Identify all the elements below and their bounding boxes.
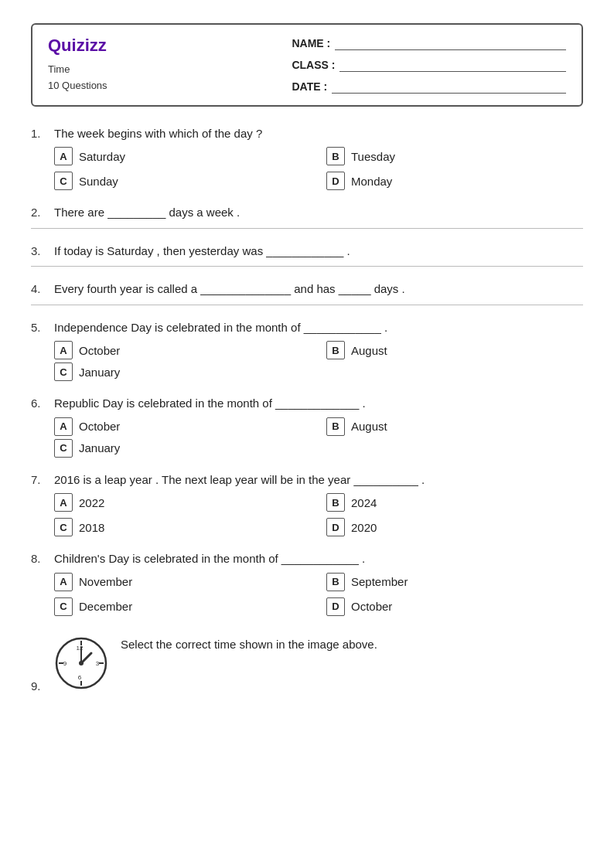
q9-content: 12 6 9 3 Select the correct time shown i… <box>54 636 377 690</box>
q8-text-a: November <box>79 575 132 588</box>
q7-text-c: 2018 <box>79 521 104 534</box>
q8-number: 8. <box>31 552 49 565</box>
header-right: NAME : CLASS : DATE : <box>276 36 566 94</box>
q8-letter-c: C <box>54 597 73 616</box>
q5-text-b: August <box>351 344 387 357</box>
class-label: CLASS : <box>292 59 335 71</box>
q7-letter-c: C <box>54 518 73 536</box>
q6-option-a: A October <box>54 417 311 436</box>
q1-text-a: Saturday <box>79 150 125 163</box>
q5-text-a: October <box>79 344 120 357</box>
q5-option-c: C January <box>54 363 583 381</box>
logo: Quizizz <box>48 36 276 56</box>
svg-text:6: 6 <box>78 674 82 681</box>
q5-option-b: B August <box>326 341 583 359</box>
question-count: 10 Questions <box>48 78 276 94</box>
q6-options: A October B August C January <box>54 417 583 458</box>
svg-text:9: 9 <box>63 660 67 667</box>
q6-option-c: C January <box>54 439 583 458</box>
svg-text:12: 12 <box>77 645 84 652</box>
name-label: NAME : <box>292 37 330 49</box>
q1-text-c: Sunday <box>79 175 118 188</box>
q7-letter-a: A <box>54 493 73 512</box>
q8-text-b: September <box>351 575 408 588</box>
q7-text-a: 2022 <box>79 496 104 509</box>
q5-options: A October B August C January <box>54 341 583 381</box>
q3-text: If today is Saturday , then yesterday wa… <box>54 243 583 260</box>
header-left: Quizizz Time 10 Questions <box>48 36 276 94</box>
q6-number: 6. <box>31 397 49 410</box>
q2-number: 2. <box>31 206 49 219</box>
q5-text: Independence Day is celebrated in the mo… <box>54 319 583 337</box>
question-4: 4. Every fourth year is called a _______… <box>31 281 583 305</box>
question-2: 2. There are _________ days a week . <box>31 204 583 229</box>
question-1: 1. The week begins with which of the day… <box>31 125 583 191</box>
quiz-title: Time <box>48 62 276 78</box>
q3-number: 3. <box>31 244 49 257</box>
q7-letter-b: B <box>326 493 345 512</box>
q7-option-d: D 2020 <box>326 518 583 536</box>
q1-options: A Saturday B Tuesday C Sunday D Monday <box>54 147 583 190</box>
question-5: 5. Independence Day is celebrated in the… <box>31 319 583 382</box>
q5-number: 5. <box>31 321 49 334</box>
q6-text-a: October <box>79 420 120 433</box>
q9-number: 9. <box>31 679 49 693</box>
q8-option-c: C December <box>54 597 311 616</box>
q4-text: Every fourth year is called a __________… <box>54 281 583 298</box>
q1-option-c: C Sunday <box>54 172 311 190</box>
q8-option-a: A November <box>54 573 311 591</box>
q1-text-b: Tuesday <box>351 150 395 163</box>
q1-letter-b: B <box>326 147 345 165</box>
q8-text-c: December <box>79 600 132 613</box>
q6-letter-c: C <box>54 439 73 458</box>
q7-option-b: B 2024 <box>326 493 583 512</box>
date-label: DATE : <box>292 80 327 93</box>
q7-option-c: C 2018 <box>54 518 311 536</box>
q8-letter-a: A <box>54 573 73 591</box>
q6-letter-a: A <box>54 417 73 436</box>
clock-icon: 12 6 9 3 <box>54 636 108 690</box>
q5-letter-b: B <box>326 341 345 359</box>
q6-text-b: August <box>351 420 387 433</box>
q1-text-d: Monday <box>351 175 392 188</box>
q5-option-a: A October <box>54 341 311 359</box>
q8-options: A November B September C December D Octo… <box>54 573 583 616</box>
question-6: 6. Republic Day is celebrated in the mon… <box>31 395 583 458</box>
q8-letter-d: D <box>326 597 345 616</box>
q6-option-b: B August <box>326 417 583 436</box>
q6-text-c: January <box>79 441 120 454</box>
q7-text-b: 2024 <box>351 496 377 509</box>
header: Quizizz Time 10 Questions NAME : CLASS :… <box>31 23 583 107</box>
q5-text-c: January <box>79 366 120 379</box>
q8-text-d: October <box>351 600 392 613</box>
q8-option-b: B September <box>326 573 583 591</box>
questions-section: 1. The week begins with which of the day… <box>31 125 583 693</box>
q7-option-a: A 2022 <box>54 493 311 512</box>
q1-number: 1. <box>31 127 49 140</box>
svg-text:3: 3 <box>96 660 100 667</box>
q4-number: 4. <box>31 282 49 295</box>
class-line <box>339 58 566 72</box>
q1-text: The week begins with which of the day ? <box>54 125 583 143</box>
q7-text-d: 2020 <box>351 521 377 534</box>
svg-point-11 <box>79 661 84 665</box>
q7-letter-d: D <box>326 518 345 536</box>
question-8: 8. Children's Day is celebrated in the m… <box>31 550 583 616</box>
q1-option-a: A Saturday <box>54 147 311 165</box>
name-field: NAME : <box>292 36 566 50</box>
q1-letter-a: A <box>54 147 73 165</box>
date-field: DATE : <box>292 80 566 94</box>
question-7: 7. 2016 is a leap year . The next leap y… <box>31 471 583 537</box>
q7-options: A 2022 B 2024 C 2018 D 2020 <box>54 493 583 536</box>
q5-letter-c: C <box>54 363 73 381</box>
question-9: 9. 12 6 9 3 <box>31 630 583 693</box>
q6-letter-b: B <box>326 417 345 436</box>
q6-text: Republic Day is celebrated in the month … <box>54 395 583 413</box>
q8-text: Children's Day is celebrated in the mont… <box>54 550 583 568</box>
q1-letter-d: D <box>326 172 345 190</box>
q8-letter-b: B <box>326 573 345 591</box>
q7-text: 2016 is a leap year . The next leap year… <box>54 471 583 489</box>
logo-text: Quizizz <box>48 36 107 55</box>
q1-option-b: B Tuesday <box>326 147 583 165</box>
q7-number: 7. <box>31 473 49 486</box>
